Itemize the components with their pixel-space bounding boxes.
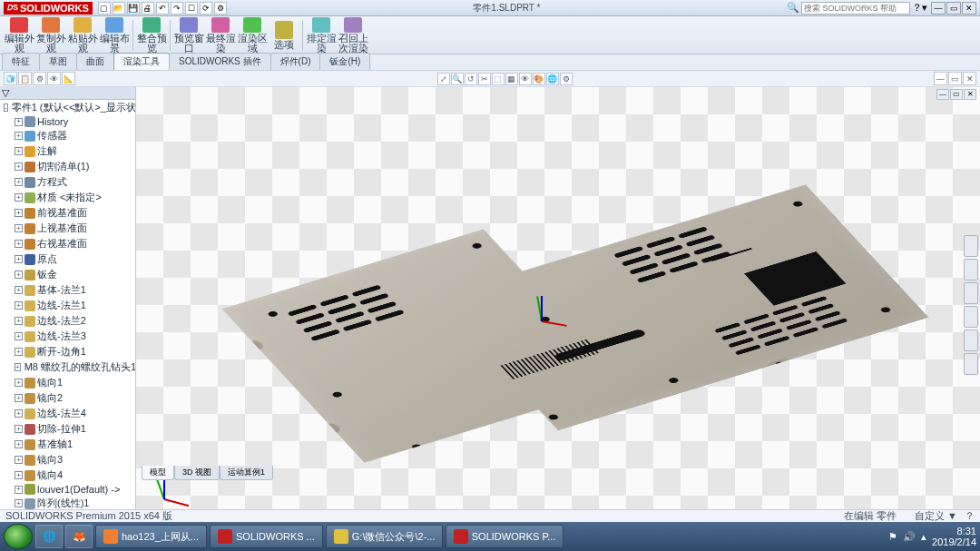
tree-item[interactable]: +边线-法兰1 <box>4 298 135 313</box>
status-help-icon[interactable]: ？ <box>965 509 975 523</box>
qat-undo-icon[interactable]: ↶ <box>156 2 169 15</box>
tree-item[interactable]: +上视基准面 <box>4 221 135 236</box>
tree-item[interactable]: +边线-法兰3 <box>4 329 135 344</box>
tree-item[interactable]: +材质 <未指定> <box>4 190 135 205</box>
tree-expand-icon[interactable]: + <box>15 486 23 494</box>
ribbon-预览窗口[interactable]: 预览窗口 <box>173 17 204 54</box>
tree-expand-icon[interactable]: + <box>15 332 23 340</box>
view-hide-show-icon[interactable]: 👁 <box>519 73 532 85</box>
mode-tab-运动算例1[interactable]: 运动算例1 <box>220 466 273 480</box>
taskbar-pin[interactable]: 🌐 <box>35 525 63 548</box>
tree-item[interactable]: +传感器 <box>4 128 135 143</box>
tree-item[interactable]: +M8 螺纹孔的螺纹孔钻头1 <box>4 359 135 375</box>
taskbar-item[interactable]: G:\微信公众号\2-... <box>326 525 444 548</box>
tree-expand-icon[interactable]: + <box>15 363 21 371</box>
taskpane-resources-icon[interactable] <box>964 235 978 257</box>
tree-item[interactable]: +镜向4 <box>4 467 135 483</box>
taskpane-appearance-icon[interactable] <box>964 330 978 351</box>
view-previous-icon[interactable]: ↺ <box>465 73 477 85</box>
ribbon-渲染区域[interactable]: 渲染区域 <box>237 17 268 54</box>
tree-expand-icon[interactable]: + <box>15 379 23 387</box>
view-zoom-fit-icon[interactable]: ⤢ <box>437 73 450 85</box>
tab-曲面[interactable]: 曲面 <box>76 53 114 70</box>
tree-expand-icon[interactable]: + <box>15 440 23 448</box>
start-button[interactable] <box>4 524 33 549</box>
tree-expand-icon[interactable]: + <box>15 301 23 310</box>
sheet-metal-part[interactable] <box>221 143 928 484</box>
tree-expand-icon[interactable]: + <box>15 456 23 464</box>
view-display-style-icon[interactable]: ▦ <box>505 73 518 85</box>
view-appearance-icon[interactable]: 🎨 <box>533 73 545 85</box>
taskbar-item[interactable]: hao123_上网从... <box>95 525 207 548</box>
taskpane-view-icon[interactable] <box>964 306 978 328</box>
ribbon-排定渲染[interactable]: 排定渲染 <box>306 17 337 54</box>
tree-item[interactable]: +镜向2 <box>4 390 135 406</box>
tab-渲染工具[interactable]: 渲染工具 <box>113 53 170 70</box>
taskbar-item[interactable]: SOLIDWORKS ... <box>210 525 323 548</box>
qat-new-icon[interactable]: ▢ <box>98 2 111 15</box>
taskbar-item[interactable]: SOLIDWORKS P... <box>446 525 564 548</box>
taskpane-library-icon[interactable] <box>964 259 978 280</box>
tree-expand-icon[interactable]: + <box>15 286 23 294</box>
tray-network-icon[interactable]: 🔊 <box>903 531 916 543</box>
qat-redo-icon[interactable]: ↷ <box>171 2 183 15</box>
ribbon-召回上次渲染[interactable]: 召回上次渲染 <box>338 17 368 54</box>
tab-SOLIDWORKS 插件[interactable]: SOLIDWORKS 插件 <box>169 53 271 70</box>
view-orientation-icon[interactable]: ⬚ <box>492 73 505 85</box>
tree-expand-icon[interactable]: + <box>15 193 23 202</box>
help-dropdown-icon[interactable]: ？▾ <box>912 1 927 15</box>
viewport-close-icon[interactable]: ✕ <box>964 89 976 100</box>
viewport-max-icon[interactable]: ▭ <box>950 89 963 100</box>
tree-item[interactable]: +断开-边角1 <box>4 344 135 359</box>
tree-expand-icon[interactable]: + <box>15 409 23 418</box>
help-search-input[interactable] <box>801 2 910 15</box>
panel-max-icon[interactable]: ▭ <box>948 72 962 85</box>
tree-expand-icon[interactable]: + <box>15 118 23 126</box>
tree-item[interactable]: +边线-法兰4 <box>4 406 135 421</box>
graphics-viewport[interactable]: — ▭ ✕ 模型3D 视图运动算例1 <box>136 87 980 522</box>
ribbon-复制外观[interactable]: 复制外观 <box>35 17 66 54</box>
tree-expand-icon[interactable]: + <box>15 224 23 232</box>
tree-expand-icon[interactable]: + <box>15 348 23 356</box>
qat-rebuild-icon[interactable]: ⟳ <box>200 2 212 15</box>
feature-manager-tree[interactable]: ▽ -零件1 (默认<<默认>_显示状态+History+传感器+注解+切割清单… <box>0 87 136 522</box>
tree-expand-icon[interactable]: + <box>15 425 23 433</box>
tree-item[interactable]: +右视基准面 <box>4 236 135 251</box>
tree-item[interactable]: +前视基准面 <box>4 205 135 221</box>
qat-options-icon[interactable]: ⚙ <box>214 2 227 15</box>
taskpane-explorer-icon[interactable] <box>964 282 978 304</box>
tree-expand-icon[interactable]: + <box>15 317 23 325</box>
qat-select-icon[interactable]: ☐ <box>185 2 198 15</box>
tree-root-label[interactable]: 零件1 (默认<<默认>_显示状态 <box>12 101 136 114</box>
view-scene-icon[interactable]: 🌐 <box>546 73 559 85</box>
qat-open-icon[interactable]: 📂 <box>113 2 125 15</box>
fm-tab-display-icon[interactable]: 👁 <box>47 72 61 85</box>
tree-item[interactable]: +镜向3 <box>4 452 135 467</box>
tree-expand-icon[interactable]: + <box>15 209 23 217</box>
tree-expand-icon[interactable]: + <box>15 394 23 402</box>
taskbar-pin[interactable]: 🦊 <box>65 525 93 548</box>
tree-expand-icon[interactable]: + <box>15 499 23 507</box>
tray-clock[interactable]: 8:31 2019/2/14 <box>932 526 976 547</box>
tree-item[interactable]: +钣金 <box>4 267 135 282</box>
tree-item[interactable]: +方程式 <box>4 174 135 190</box>
tree-expand-icon[interactable]: + <box>15 147 23 155</box>
tree-expand-icon[interactable]: + <box>15 240 23 248</box>
fm-tab-property-icon[interactable]: 📋 <box>18 72 32 85</box>
tree-filter-bar[interactable]: ▽ <box>0 87 135 100</box>
tray-flag-icon[interactable]: ⚑ <box>888 531 897 543</box>
tree-item[interactable]: +History <box>4 115 135 128</box>
tree-expand-icon[interactable]: + <box>15 178 23 186</box>
tree-expand-icon[interactable]: + <box>15 255 23 263</box>
tree-item[interactable]: +基体-法兰1 <box>4 282 135 298</box>
tab-特征[interactable]: 特征 <box>2 53 40 70</box>
ribbon-编辑外观[interactable]: 编辑外观 <box>4 17 34 54</box>
status-units-button[interactable]: 自定义 ▼ <box>915 509 957 523</box>
ribbon-选项[interactable]: 选项 <box>269 17 299 54</box>
tab-钣金(H)[interactable]: 钣金(H) <box>319 53 370 70</box>
ribbon-编辑布景[interactable]: 编辑布景 <box>99 17 130 54</box>
panel-min-icon[interactable]: — <box>934 72 947 85</box>
mode-tab-3D 视图[interactable]: 3D 视图 <box>174 466 220 480</box>
tree-item[interactable]: +原点 <box>4 251 135 267</box>
tree-item[interactable]: +注解 <box>4 143 135 159</box>
